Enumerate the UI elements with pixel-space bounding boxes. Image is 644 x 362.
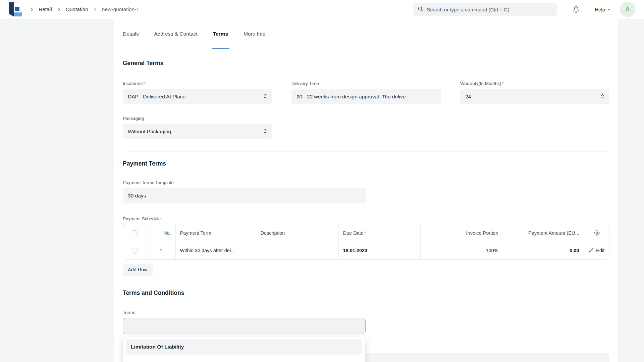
table-settings-gear-icon[interactable] [594, 230, 600, 236]
cell-payment-term[interactable]: Within 30 days after del... [175, 242, 256, 259]
payment-schedule-table: No. Payment Term Description Due Date* I… [123, 224, 609, 260]
tab-more-info[interactable]: More Info [244, 19, 265, 49]
tab-details[interactable]: Details [123, 19, 139, 49]
breadcrumb-workspace[interactable]: Retail [39, 6, 52, 12]
section-title: General Terms [123, 60, 609, 67]
field-warranty: Warranty(In Months)* 24 [460, 81, 609, 104]
select-updown-icon [263, 128, 267, 135]
packaging-select[interactable]: Without Packaging [123, 124, 272, 139]
section-title: Payment Terms [123, 160, 609, 167]
section-general-terms: General Terms Incoterms* DAP - Delivered… [123, 49, 609, 151]
field-label: Terms [123, 310, 609, 315]
page-background: Details Address & Contact Terms More Inf… [0, 19, 644, 362]
field-label: Packaging [123, 116, 272, 121]
section-terms-and-conditions: Terms and Conditions Terms Limitation Of… [123, 279, 609, 362]
table-header-row: No. Payment Term Description Due Date* I… [123, 224, 609, 242]
user-avatar[interactable]: A [620, 2, 635, 17]
col-header-due-date: Due Date* [338, 224, 420, 242]
chevron-right-icon [93, 7, 97, 12]
required-marker: * [143, 81, 145, 86]
delivery-time-value: 20 - 22 weeks from design approval. The … [297, 94, 406, 100]
breadcrumb: Retail Quotation new-quotation-1 [30, 6, 139, 12]
terms-link-input[interactable] [123, 318, 366, 334]
field-packaging: Packaging Without Packaging [123, 116, 272, 139]
help-label: Help [595, 7, 605, 12]
cell-no[interactable]: 1 [147, 242, 175, 259]
payment-schedule-label: Payment Schedule [123, 216, 609, 221]
select-all-checkbox[interactable] [132, 230, 138, 236]
section-payment-terms: Payment Terms Payment Terms Template 30 … [123, 151, 609, 279]
field-incoterms: Incoterms* DAP - Delivered At Place [123, 81, 272, 104]
required-marker: * [364, 230, 366, 236]
col-header-no: No. [147, 224, 175, 242]
col-header-payment-term: Payment Term [175, 224, 256, 242]
global-search[interactable] [413, 3, 557, 16]
navbar-right-group: Help A [413, 2, 635, 17]
help-menu[interactable]: Help [595, 7, 611, 12]
col-header-payment-amount: Payment Amount (EU... [503, 224, 584, 242]
warranty-value: 24 [465, 94, 471, 100]
pencil-icon [589, 248, 594, 254]
col-header-description: Description [256, 224, 338, 242]
add-row-button[interactable]: Add Row [123, 264, 153, 276]
warranty-select[interactable]: 24 [460, 89, 609, 104]
terms-field-wrapper: Limitation Of Liability [123, 318, 366, 334]
notifications-bell-icon[interactable] [573, 6, 580, 13]
incoterms-select[interactable]: DAP - Delivered At Place [123, 89, 272, 104]
field-delivery-time: Delivery Time 20 - 22 weeks from design … [291, 81, 441, 104]
cell-description[interactable] [256, 242, 338, 259]
section-title: Terms and Conditions [123, 289, 609, 297]
search-icon [418, 6, 423, 13]
tab-address-contact[interactable]: Address & Contact [154, 19, 197, 49]
field-label: Warranty(In Months)* [460, 81, 609, 86]
row-edit-button[interactable]: Edit [589, 248, 604, 254]
field-label: Payment Terms Template [123, 180, 609, 185]
breadcrumb-current-doc[interactable]: new-quotation-1 [102, 6, 139, 12]
incoterms-value: DAP - Delivered At Place [128, 94, 185, 100]
chevron-right-icon [57, 7, 61, 12]
select-updown-icon [601, 93, 604, 100]
navbar-divider [587, 5, 587, 14]
packaging-value: Without Packaging [128, 129, 171, 135]
payment-terms-template-input[interactable]: 30 days [123, 188, 366, 203]
top-navbar: Retail Quotation new-quotation-1 Help [0, 0, 644, 19]
edit-label: Edit [596, 248, 604, 253]
breadcrumb-doctype[interactable]: Quotation [66, 6, 88, 12]
table-row: 1 Within 30 days after del... 18.01.2023… [123, 242, 609, 259]
cell-payment-amount[interactable]: 0,00 [503, 242, 584, 259]
search-input[interactable] [427, 7, 552, 12]
dropdown-item[interactable]: Limitation Of Liability [126, 339, 362, 355]
chevron-right-icon [30, 7, 34, 12]
col-header-invoice-portion: Invoice Portion [420, 224, 503, 242]
terms-dropdown: Limitation Of Liability [123, 336, 365, 362]
payment-terms-template-value: 30 days [128, 193, 146, 199]
select-updown-icon [263, 93, 267, 100]
avatar-letter: A [626, 6, 630, 13]
field-label: Incoterms* [123, 81, 272, 86]
cell-invoice-portion[interactable]: 100% [420, 242, 503, 259]
delivery-time-input[interactable]: 20 - 22 weeks from design approval. The … [291, 89, 441, 104]
app-logo-icon[interactable] [9, 2, 22, 16]
cell-due-date[interactable]: 18.01.2023 [338, 242, 420, 259]
required-marker: * [502, 81, 504, 86]
quotation-form-card: Details Address & Contact Terms More Inf… [114, 19, 618, 362]
tab-terms[interactable]: Terms [213, 19, 228, 49]
field-label: Delivery Time [291, 81, 441, 86]
row-checkbox[interactable] [132, 248, 138, 254]
chevron-down-icon [607, 7, 611, 12]
form-tabs: Details Address & Contact Terms More Inf… [123, 19, 609, 49]
